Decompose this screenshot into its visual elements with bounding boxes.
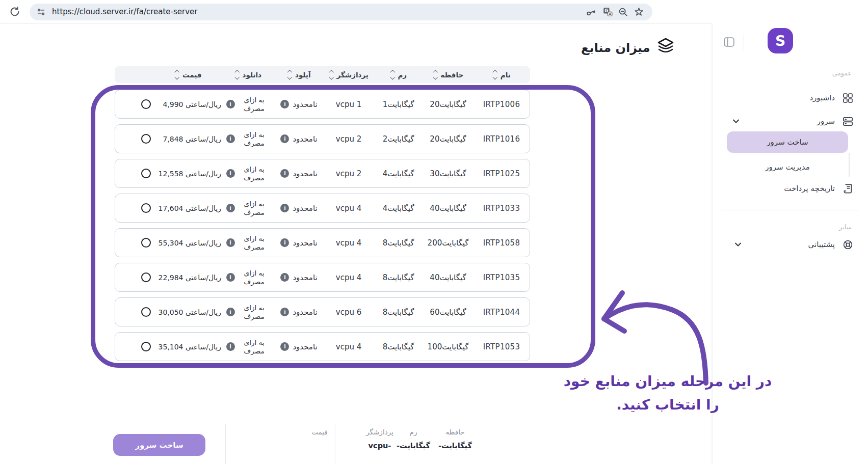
column-header-price[interactable]: قیمت: [155, 71, 222, 79]
sidebar-item-dashboard[interactable]: داشبورد: [713, 87, 868, 109]
plan-radio[interactable]: [141, 134, 151, 144]
plan-download-value: به ازای مصرف: [239, 96, 270, 113]
footer-top-border: [94, 423, 540, 423]
plan-radio[interactable]: [141, 307, 151, 317]
plan-download: به ازای مصرف: [221, 298, 275, 326]
refresh-icon[interactable]: [9, 6, 21, 18]
plan-upload-value: نامحدود: [293, 169, 317, 178]
sidebar-item-create-server[interactable]: ساخت سرور: [727, 131, 848, 153]
column-header-cpu[interactable]: پردازشگر: [324, 71, 375, 79]
plan-ram: 8گیگابایت: [374, 263, 423, 291]
plan-cpu: vcpu 1: [323, 90, 374, 118]
plan-name: IRTP1058: [474, 229, 530, 257]
plan-radio[interactable]: [141, 238, 151, 248]
info-icon[interactable]: [226, 100, 235, 108]
sort-icon: [330, 71, 333, 78]
zoom-out-icon[interactable]: [618, 7, 628, 17]
sidebar-item-manage-server[interactable]: مدیریت سرور: [727, 157, 848, 177]
info-icon[interactable]: [226, 169, 235, 178]
info-icon[interactable]: [280, 134, 289, 143]
summary-price-value: [292, 442, 348, 450]
create-server-button[interactable]: ساخت سرور: [113, 434, 205, 456]
plan-storage: 40گیگابایت: [423, 263, 474, 291]
plan-upload: نامحدود: [275, 298, 323, 326]
sidebar-item-payment-history[interactable]: تاریخچه پرداخت: [713, 177, 868, 200]
info-icon[interactable]: [280, 308, 289, 316]
summary-price: قیمت: [292, 428, 348, 450]
plan-row[interactable]: IRTP1035 40گیگابایت 8گیگابایت vcpu 4 نام…: [115, 263, 530, 292]
plan-download: به ازای مصرف: [221, 125, 275, 153]
plan-radio[interactable]: [141, 99, 151, 109]
plan-download-value: به ازای مصرف: [239, 269, 270, 286]
info-icon[interactable]: [226, 273, 235, 282]
plan-ram: 8گیگابایت: [374, 229, 423, 257]
plan-radio[interactable]: [141, 169, 151, 178]
plan-ram: 2گیگابایت: [374, 125, 423, 153]
info-icon[interactable]: [280, 100, 289, 108]
plan-row[interactable]: IRTP1006 20گیگابایت 1گیگابایت vcpu 1 نام…: [115, 90, 530, 119]
sidebar-collapse-icon[interactable]: [723, 36, 735, 48]
plan-name: IRTP1016: [474, 125, 530, 153]
sidebar-section-general: عمومی: [832, 69, 852, 77]
plan-cpu: vcpu 6: [323, 298, 374, 326]
info-icon[interactable]: [280, 342, 289, 351]
plan-storage: 200گیگابایت: [423, 229, 474, 257]
layers-stack-icon: [655, 36, 676, 56]
plan-price: 55,304 ریال/ساعتی: [155, 229, 221, 257]
key-icon[interactable]: [586, 7, 596, 17]
plan-radio[interactable]: [141, 203, 151, 213]
plan-select-cell: [114, 194, 155, 222]
plan-price: 7,848 ریال/ساعتی: [155, 125, 221, 153]
info-icon[interactable]: [280, 273, 289, 282]
sort-icon: [493, 71, 497, 78]
plan-row[interactable]: IRTP1053 100گیگابایت 8گیگابایت vcpu 4 نا…: [115, 332, 530, 361]
plan-upload: نامحدود: [275, 125, 323, 153]
translate-icon[interactable]: G A: [602, 7, 613, 17]
plan-storage: 20گیگابایت: [423, 90, 474, 118]
plan-row[interactable]: IRTP1058 200گیگابایت 8گیگابایت vcpu 4 نا…: [115, 228, 530, 257]
info-icon[interactable]: [226, 308, 235, 316]
plan-cpu: vcpu 4: [323, 194, 374, 222]
info-icon[interactable]: [280, 169, 289, 178]
plan-select-cell: [114, 159, 155, 187]
url-input[interactable]: https://cloud.server.ir/fa/create-server: [52, 7, 197, 16]
info-icon[interactable]: [280, 238, 289, 247]
summary-price-label: قیمت: [292, 428, 348, 436]
info-icon[interactable]: [226, 238, 235, 247]
info-icon[interactable]: [280, 204, 289, 212]
tune-icon[interactable]: [36, 7, 46, 17]
column-header-storage[interactable]: حافظه: [423, 71, 474, 79]
plan-upload: نامحدود: [275, 194, 323, 222]
plan-select-cell: [114, 263, 155, 291]
column-header-download[interactable]: دانلود: [222, 71, 275, 79]
plan-name: IRTP1033: [474, 194, 530, 222]
plan-ram: 8گیگابایت: [374, 333, 423, 361]
info-icon[interactable]: [226, 342, 235, 351]
url-bar[interactable]: https://cloud.server.ir/fa/create-server…: [30, 4, 652, 20]
star-icon[interactable]: [634, 7, 644, 17]
plan-upload-value: نامحدود: [293, 238, 317, 248]
plan-storage: 40گیگابایت: [423, 194, 474, 222]
chevron-down-icon: [733, 239, 743, 250]
server-icon: [842, 116, 854, 127]
plan-row[interactable]: IRTP1033 40گیگابایت 4گیگابایت vcpu 4 نام…: [115, 194, 530, 223]
summary-cpu-label: پردازشگر: [352, 428, 408, 436]
plan-upload-value: نامحدود: [293, 308, 317, 317]
column-header-ram[interactable]: رم: [375, 71, 423, 79]
column-header-name[interactable]: نام: [474, 71, 530, 79]
plan-row[interactable]: IRTP1044 60گیگابایت 8گیگابایت vcpu 6 نام…: [115, 297, 530, 326]
plan-storage: 30گیگابایت: [423, 159, 474, 187]
sort-icon: [288, 71, 292, 78]
plan-radio[interactable]: [141, 272, 151, 282]
footer-divider: [225, 424, 226, 464]
plan-radio[interactable]: [141, 342, 151, 351]
plan-download: به ازای مصرف: [221, 263, 275, 291]
sort-icon: [434, 71, 437, 78]
column-header-upload[interactable]: آپلود: [275, 71, 324, 79]
plan-row[interactable]: IRTP1016 20گیگابایت 2گیگابایت vcpu 2 نام…: [115, 124, 530, 153]
plan-row[interactable]: IRTP1025 30گیگابایت 4گیگابایت vcpu 2 نام…: [115, 159, 530, 188]
plan-upload: نامحدود: [275, 159, 323, 187]
info-icon[interactable]: [226, 134, 235, 143]
plan-download: به ازای مصرف: [221, 333, 275, 361]
info-icon[interactable]: [226, 204, 235, 212]
